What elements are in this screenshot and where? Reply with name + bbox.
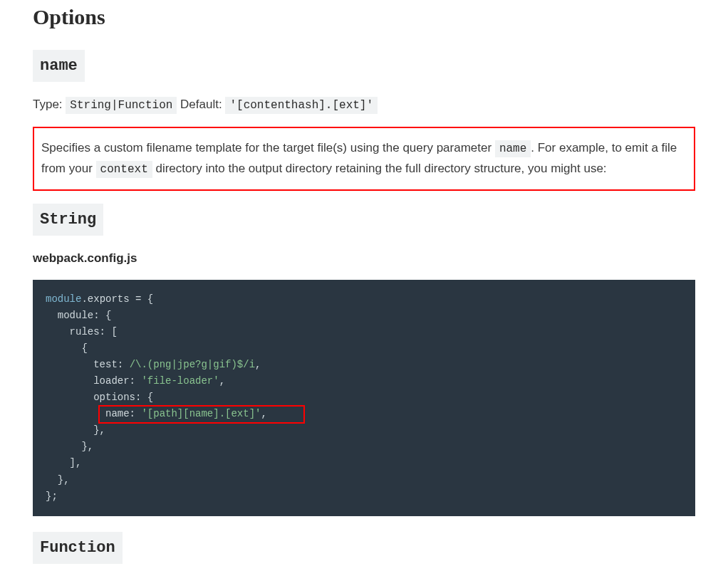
code-string: '[path][name].[ext]' xyxy=(141,408,261,419)
string-heading-code: String xyxy=(33,204,103,236)
code-line: }, xyxy=(46,441,93,452)
code-line: .exports = { xyxy=(81,293,153,305)
name-heading: name xyxy=(33,50,695,82)
code-line: , xyxy=(219,375,225,387)
code-block-string: module.exports = { module: { rules: [ { … xyxy=(33,280,695,516)
code-regex: /\.(png|jpe?g|gif)$/i xyxy=(130,359,255,370)
code-line: module xyxy=(46,293,81,305)
description-text: Specifies a custom filename template for… xyxy=(41,138,687,179)
desc-part1: Specifies a custom filename template for… xyxy=(41,141,495,154)
type-label: Type: xyxy=(33,98,63,111)
code-string: 'file-loader' xyxy=(141,375,219,387)
default-value: '[contenthash].[ext]' xyxy=(225,97,378,114)
code-line: test: xyxy=(46,359,130,370)
function-heading: Function xyxy=(33,532,695,564)
code-line: }, xyxy=(46,424,105,436)
code-line: { xyxy=(46,342,88,354)
options-heading: Options xyxy=(33,0,695,34)
code-line: , xyxy=(255,359,261,370)
desc-code-name: name xyxy=(495,140,531,157)
code-line: options: { xyxy=(46,392,153,403)
default-label: Default: xyxy=(180,98,222,111)
code-line: rules: [ xyxy=(46,326,118,337)
code-line: }, xyxy=(46,474,70,486)
type-value: String|Function xyxy=(66,97,177,114)
code-line: ], xyxy=(46,457,81,468)
code-line: }; xyxy=(46,491,58,502)
code-line: , xyxy=(261,408,266,419)
code-line: module: { xyxy=(46,310,111,321)
description-highlight-box: Specifies a custom filename template for… xyxy=(33,127,695,191)
code-line: name: xyxy=(46,408,141,419)
config-filename-1: webpack.config.js xyxy=(33,248,695,268)
desc-part3: directory into the output directory reta… xyxy=(152,162,607,175)
code-line: loader: xyxy=(46,375,141,387)
type-default-line: Type: String|Function Default: '[content… xyxy=(33,95,695,115)
desc-code-context: context xyxy=(96,161,152,178)
name-heading-code: name xyxy=(33,50,85,82)
function-heading-code: Function xyxy=(33,532,123,564)
string-heading: String xyxy=(33,204,695,236)
